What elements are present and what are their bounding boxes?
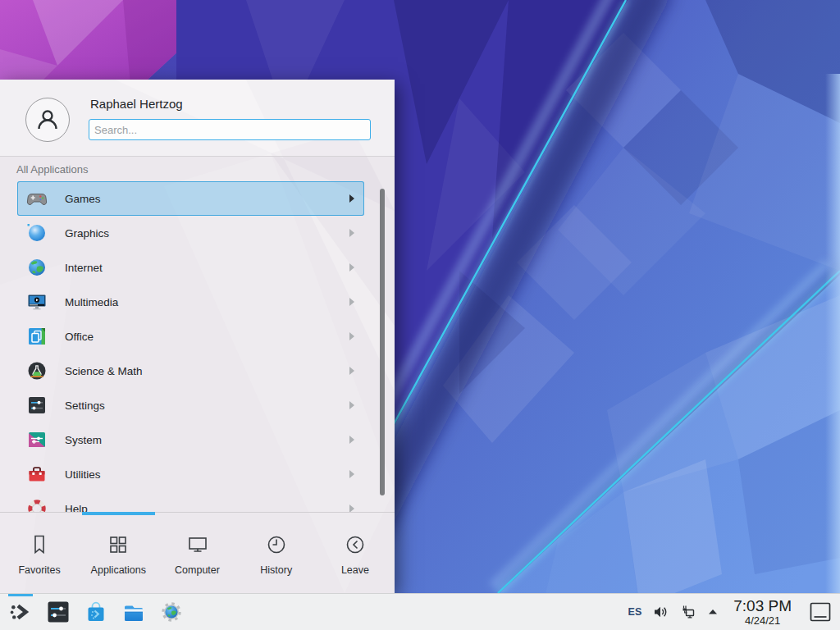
volume-icon[interactable]	[652, 604, 669, 620]
section-label: All Applications	[16, 163, 88, 176]
folder-icon	[121, 600, 146, 624]
submenu-arrow-icon	[349, 194, 354, 203]
submenu-arrow-icon	[349, 436, 354, 444]
help-icon	[26, 498, 48, 512]
submenu-arrow-icon	[349, 504, 354, 512]
tray-expand-caret-icon[interactable]	[706, 605, 719, 619]
show-desktop-icon[interactable]	[809, 601, 832, 623]
multimedia-icon	[26, 291, 48, 313]
tab-applications[interactable]: Applications	[79, 515, 158, 593]
clock-date: 4/24/21	[733, 615, 792, 626]
submenu-arrow-icon	[349, 367, 354, 375]
network-icon[interactable]	[679, 604, 696, 620]
submenu-arrow-icon	[349, 470, 354, 478]
bookmark-icon	[27, 532, 52, 557]
launcher-footer-tabs: Favorites Applications Computer History …	[0, 515, 395, 593]
submenu-arrow-icon	[349, 298, 354, 306]
menu-item-internet[interactable]: Internet	[17, 250, 364, 285]
user-avatar[interactable]	[25, 98, 70, 142]
task-icons	[8, 594, 184, 630]
systemsettings-icon	[46, 600, 71, 624]
list-scrollbar[interactable]	[380, 189, 385, 495]
submenu-arrow-icon	[349, 401, 354, 409]
digital-clock[interactable]: 7:03 PM 4/24/21	[733, 598, 792, 626]
discover-icon	[84, 600, 108, 624]
menu-item-system[interactable]: System	[17, 422, 364, 457]
clock-icon	[264, 532, 289, 557]
footer-separator	[0, 512, 395, 513]
kde-launcher-icon	[8, 600, 33, 624]
settings-icon	[26, 395, 48, 416]
monitor-icon	[185, 532, 210, 557]
desktop: Raphael Hertzog All Applications Games G…	[0, 0, 840, 630]
tab-leave[interactable]: Leave	[316, 515, 395, 593]
utilities-icon	[26, 463, 48, 485]
internet-icon	[26, 257, 48, 278]
search-input[interactable]	[89, 119, 371, 140]
menu-item-help[interactable]: Help	[17, 491, 364, 512]
menu-item-settings[interactable]: Settings	[17, 388, 364, 422]
tab-history[interactable]: History	[237, 515, 316, 593]
games-icon	[26, 188, 48, 209]
graphics-icon	[26, 222, 48, 244]
submenu-arrow-icon	[349, 332, 354, 340]
taskbar: ES 7:03 PM 4/24/21	[0, 593, 840, 630]
taskbar-launcher-discover[interactable]	[84, 594, 108, 630]
taskbar-launcher-web-browser[interactable]	[159, 594, 184, 630]
system-tray: ES 7:03 PM 4/24/21	[628, 598, 832, 626]
keyboard-layout-indicator[interactable]: ES	[628, 606, 642, 618]
leave-icon	[343, 532, 368, 557]
office-icon	[26, 326, 48, 347]
application-launcher-popup: Raphael Hertzog All Applications Games G…	[0, 80, 395, 593]
menu-item-graphics[interactable]: Graphics	[17, 216, 364, 250]
user-avatar-icon	[34, 106, 62, 134]
clock-time: 7:03 PM	[733, 598, 792, 614]
menu-item-multimedia[interactable]: Multimedia	[17, 285, 364, 319]
submenu-arrow-icon	[349, 229, 354, 237]
grid-icon	[106, 532, 130, 557]
science-icon	[26, 360, 48, 381]
app-category-list: Games Graphics Internet Multimedia Offic…	[17, 181, 364, 512]
launcher-header: Raphael Hertzog	[0, 80, 395, 157]
tab-favorites[interactable]: Favorites	[0, 515, 79, 593]
tab-computer[interactable]: Computer	[158, 515, 236, 593]
submenu-arrow-icon	[349, 263, 354, 272]
system-icon	[26, 429, 48, 450]
user-name: Raphael Hertzog	[90, 97, 183, 111]
menu-item-office[interactable]: Office	[17, 319, 364, 354]
menu-item-science-math[interactable]: Science & Math	[17, 354, 364, 388]
taskbar-launcher-app-launcher[interactable]	[8, 594, 33, 630]
menu-item-games[interactable]: Games	[17, 181, 364, 216]
taskbar-launcher-file-manager[interactable]	[121, 594, 146, 630]
menu-item-utilities[interactable]: Utilities	[17, 457, 364, 491]
globe-gear-icon	[159, 600, 184, 624]
taskbar-launcher-system-settings[interactable]	[46, 594, 71, 630]
